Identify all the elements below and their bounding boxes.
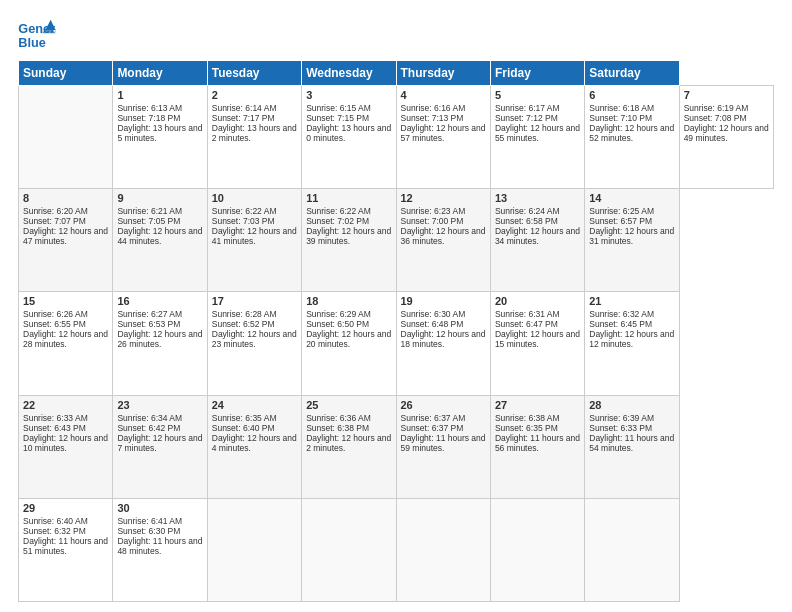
sunrise-label: Sunrise: 6:40 AM — [23, 516, 88, 526]
calendar-day-cell: 28Sunrise: 6:39 AMSunset: 6:33 PMDayligh… — [585, 395, 679, 498]
calendar-day-cell: 11Sunrise: 6:22 AMSunset: 7:02 PMDayligh… — [302, 189, 396, 292]
calendar-day-cell: 20Sunrise: 6:31 AMSunset: 6:47 PMDayligh… — [490, 292, 584, 395]
sunset-label: Sunset: 7:02 PM — [306, 216, 369, 226]
sunset-label: Sunset: 6:43 PM — [23, 423, 86, 433]
daylight-label: Daylight: 11 hours and 51 minutes. — [23, 536, 108, 556]
calendar-day-cell: 3Sunrise: 6:15 AMSunset: 7:15 PMDaylight… — [302, 86, 396, 189]
day-number: 8 — [23, 192, 108, 204]
sunset-label: Sunset: 6:58 PM — [495, 216, 558, 226]
daylight-label: Daylight: 12 hours and 7 minutes. — [117, 433, 202, 453]
day-header-tuesday: Tuesday — [207, 61, 301, 86]
sunset-label: Sunset: 7:18 PM — [117, 113, 180, 123]
daylight-label: Daylight: 12 hours and 52 minutes. — [589, 123, 674, 143]
calendar-day-cell: 29Sunrise: 6:40 AMSunset: 6:32 PMDayligh… — [19, 498, 113, 601]
day-number: 13 — [495, 192, 580, 204]
sunrise-label: Sunrise: 6:25 AM — [589, 206, 654, 216]
calendar-week-4: 29Sunrise: 6:40 AMSunset: 6:32 PMDayligh… — [19, 498, 774, 601]
sunrise-label: Sunrise: 6:23 AM — [401, 206, 466, 216]
day-header-wednesday: Wednesday — [302, 61, 396, 86]
day-number: 10 — [212, 192, 297, 204]
daylight-label: Daylight: 13 hours and 2 minutes. — [212, 123, 297, 143]
sunset-label: Sunset: 6:40 PM — [212, 423, 275, 433]
sunset-label: Sunset: 7:13 PM — [401, 113, 464, 123]
calendar-day-cell: 24Sunrise: 6:35 AMSunset: 6:40 PMDayligh… — [207, 395, 301, 498]
calendar-day-cell: 9Sunrise: 6:21 AMSunset: 7:05 PMDaylight… — [113, 189, 207, 292]
sunrise-label: Sunrise: 6:15 AM — [306, 103, 371, 113]
calendar-day-cell: 1Sunrise: 6:13 AMSunset: 7:18 PMDaylight… — [113, 86, 207, 189]
day-number: 12 — [401, 192, 486, 204]
sunrise-label: Sunrise: 6:31 AM — [495, 309, 560, 319]
daylight-label: Daylight: 12 hours and 36 minutes. — [401, 226, 486, 246]
sunset-label: Sunset: 6:53 PM — [117, 319, 180, 329]
daylight-label: Daylight: 12 hours and 23 minutes. — [212, 329, 297, 349]
calendar-day-cell — [302, 498, 396, 601]
day-number: 11 — [306, 192, 391, 204]
day-number: 21 — [589, 295, 674, 307]
day-header-thursday: Thursday — [396, 61, 490, 86]
sunrise-label: Sunrise: 6:26 AM — [23, 309, 88, 319]
sunrise-label: Sunrise: 6:16 AM — [401, 103, 466, 113]
daylight-label: Daylight: 12 hours and 44 minutes. — [117, 226, 202, 246]
daylight-label: Daylight: 13 hours and 5 minutes. — [117, 123, 202, 143]
day-number: 4 — [401, 89, 486, 101]
logo: General Blue — [18, 18, 59, 52]
day-number: 20 — [495, 295, 580, 307]
calendar-day-cell: 17Sunrise: 6:28 AMSunset: 6:52 PMDayligh… — [207, 292, 301, 395]
day-number: 9 — [117, 192, 202, 204]
day-number: 30 — [117, 502, 202, 514]
daylight-label: Daylight: 12 hours and 49 minutes. — [684, 123, 769, 143]
sunrise-label: Sunrise: 6:24 AM — [495, 206, 560, 216]
sunset-label: Sunset: 7:07 PM — [23, 216, 86, 226]
day-number: 7 — [684, 89, 769, 101]
calendar-week-1: 8Sunrise: 6:20 AMSunset: 7:07 PMDaylight… — [19, 189, 774, 292]
calendar-day-cell: 2Sunrise: 6:14 AMSunset: 7:17 PMDaylight… — [207, 86, 301, 189]
sunrise-label: Sunrise: 6:34 AM — [117, 413, 182, 423]
sunrise-label: Sunrise: 6:41 AM — [117, 516, 182, 526]
sunrise-label: Sunrise: 6:35 AM — [212, 413, 277, 423]
calendar-day-cell: 26Sunrise: 6:37 AMSunset: 6:37 PMDayligh… — [396, 395, 490, 498]
daylight-label: Daylight: 12 hours and 47 minutes. — [23, 226, 108, 246]
calendar-day-cell — [396, 498, 490, 601]
day-number: 2 — [212, 89, 297, 101]
sunset-label: Sunset: 7:15 PM — [306, 113, 369, 123]
header: General Blue — [18, 18, 774, 52]
sunrise-label: Sunrise: 6:18 AM — [589, 103, 654, 113]
sunset-label: Sunset: 6:55 PM — [23, 319, 86, 329]
calendar-day-cell: 27Sunrise: 6:38 AMSunset: 6:35 PMDayligh… — [490, 395, 584, 498]
sunrise-label: Sunrise: 6:13 AM — [117, 103, 182, 113]
day-number: 26 — [401, 399, 486, 411]
day-number: 3 — [306, 89, 391, 101]
daylight-label: Daylight: 12 hours and 26 minutes. — [117, 329, 202, 349]
calendar-day-cell: 15Sunrise: 6:26 AMSunset: 6:55 PMDayligh… — [19, 292, 113, 395]
daylight-label: Daylight: 12 hours and 34 minutes. — [495, 226, 580, 246]
day-number: 19 — [401, 295, 486, 307]
sunset-label: Sunset: 7:03 PM — [212, 216, 275, 226]
day-number: 25 — [306, 399, 391, 411]
sunset-label: Sunset: 6:32 PM — [23, 526, 86, 536]
calendar-day-cell: 12Sunrise: 6:23 AMSunset: 7:00 PMDayligh… — [396, 189, 490, 292]
day-number: 17 — [212, 295, 297, 307]
calendar-day-cell: 14Sunrise: 6:25 AMSunset: 6:57 PMDayligh… — [585, 189, 679, 292]
sunset-label: Sunset: 7:17 PM — [212, 113, 275, 123]
daylight-label: Daylight: 12 hours and 39 minutes. — [306, 226, 391, 246]
day-number: 16 — [117, 295, 202, 307]
sunrise-label: Sunrise: 6:33 AM — [23, 413, 88, 423]
sunset-label: Sunset: 6:47 PM — [495, 319, 558, 329]
day-header-friday: Friday — [490, 61, 584, 86]
calendar-day-cell: 21Sunrise: 6:32 AMSunset: 6:45 PMDayligh… — [585, 292, 679, 395]
calendar-day-cell: 18Sunrise: 6:29 AMSunset: 6:50 PMDayligh… — [302, 292, 396, 395]
sunset-label: Sunset: 6:30 PM — [117, 526, 180, 536]
daylight-label: Daylight: 12 hours and 2 minutes. — [306, 433, 391, 453]
sunrise-label: Sunrise: 6:37 AM — [401, 413, 466, 423]
day-number: 1 — [117, 89, 202, 101]
sunset-label: Sunset: 6:38 PM — [306, 423, 369, 433]
page: General Blue SundayMondayTuesdayWednesda… — [0, 0, 792, 612]
calendar-day-cell: 25Sunrise: 6:36 AMSunset: 6:38 PMDayligh… — [302, 395, 396, 498]
sunrise-label: Sunrise: 6:19 AM — [684, 103, 749, 113]
calendar-week-2: 15Sunrise: 6:26 AMSunset: 6:55 PMDayligh… — [19, 292, 774, 395]
sunrise-label: Sunrise: 6:30 AM — [401, 309, 466, 319]
daylight-label: Daylight: 12 hours and 10 minutes. — [23, 433, 108, 453]
sunset-label: Sunset: 7:05 PM — [117, 216, 180, 226]
calendar-header-row: SundayMondayTuesdayWednesdayThursdayFrid… — [19, 61, 774, 86]
sunset-label: Sunset: 6:35 PM — [495, 423, 558, 433]
